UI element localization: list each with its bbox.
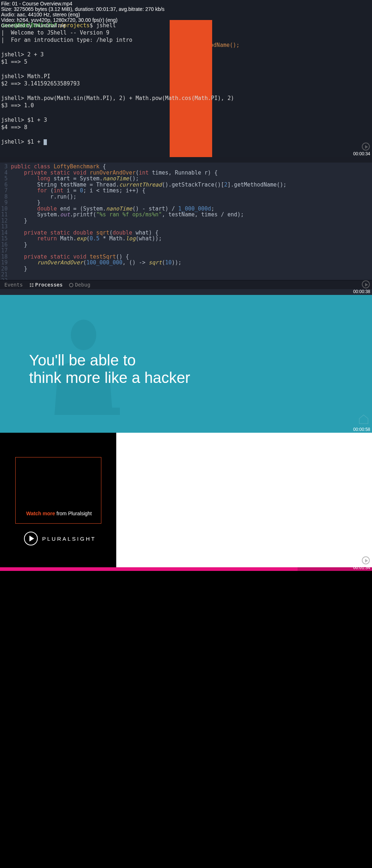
timestamp-2: 00:00:38	[353, 289, 370, 294]
meta-generator: Generated by Thumbnail me	[1, 23, 165, 28]
svg-point-5	[71, 320, 96, 350]
terminal-output: user@88af8a45c3bf:/projects$ jshell | We…	[1, 22, 234, 145]
terminal-cursor	[44, 139, 47, 145]
slogan-text: You'll be able to think more like a hack…	[29, 352, 190, 387]
code-content: public class LoftyBenchmark { private st…	[10, 163, 372, 284]
svg-rect-3	[32, 285, 33, 287]
pluralsight-wordmark: PLURALSIGHT	[42, 536, 96, 542]
progress-bar[interactable]	[0, 567, 372, 571]
timestamp-4: 00:01:34	[353, 565, 370, 570]
pluralsight-endcard: Watch more from Pluralsight PLURALSIGHT	[0, 433, 116, 567]
meta-size: Size: 3275065 bytes (3.12 MiB), duration…	[1, 7, 165, 12]
line-number-gutter: 3 4 5 6 7 8 9 10 11 12 13 14 15 16 17 18…	[0, 163, 10, 284]
pluralsight-play-icon	[24, 532, 38, 545]
svg-rect-2	[30, 285, 31, 287]
meta-video: Video: h264, yuv420p, 1280x720, 30.00 fp…	[1, 17, 165, 23]
timestamp-1: 00:00:34	[353, 151, 370, 156]
file-metadata: File: 01 - Course Overview.mp4 Size: 327…	[1, 1, 165, 28]
code-editor: 3 4 5 6 7 8 9 10 11 12 13 14 15 16 17 18…	[0, 163, 372, 284]
watermark-icon	[358, 414, 369, 425]
thumbnail-frame-4: Watch more from Pluralsight PLURALSIGHT …	[0, 433, 372, 571]
thumbnail-frame-1: File: 01 - Course Overview.mp4 Size: 327…	[0, 0, 372, 157]
tab-events[interactable]: Events	[4, 282, 23, 288]
watch-more-text: Watch more from Pluralsight	[26, 511, 92, 516]
timestamp-3: 00:00:58	[353, 427, 370, 432]
slogan-line-1: You'll be able to	[29, 352, 190, 369]
meta-file: File: 01 - Course Overview.mp4	[1, 1, 165, 7]
pluralsight-logo-row: PLURALSIGHT	[24, 532, 96, 545]
jshell-welcome-1: | Welcome to JShell -- Version 9	[1, 29, 234, 36]
svg-rect-0	[30, 283, 31, 285]
top-tab-bar	[0, 157, 372, 163]
bottom-tab-bar[interactable]: Events Processes Debug	[0, 280, 372, 289]
tab-processes[interactable]: Processes	[29, 282, 63, 288]
svg-point-4	[69, 283, 73, 287]
svg-rect-1	[32, 283, 33, 285]
play-icon[interactable]	[362, 143, 370, 151]
meta-audio: Audio: aac, 44100 Hz, stereo (eng)	[1, 12, 165, 17]
play-icon[interactable]	[362, 556, 370, 564]
slogan-line-2: think more like a hacker	[29, 369, 190, 387]
play-icon[interactable]	[362, 280, 370, 288]
thumbnail-frame-2: 3 4 5 6 7 8 9 10 11 12 13 14 15 16 17 18…	[0, 157, 372, 295]
svg-rect-6	[62, 408, 120, 415]
thumbnail-frame-3: You'll be able to think more like a hack…	[0, 295, 372, 433]
tab-debug[interactable]: Debug	[69, 282, 90, 288]
jshell-welcome-2: | For an introduction type: /help intro	[1, 36, 234, 44]
